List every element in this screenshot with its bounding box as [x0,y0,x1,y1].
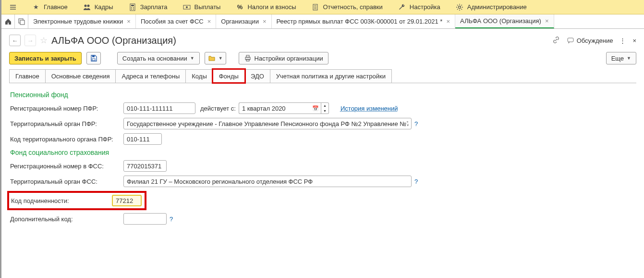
spin-buttons[interactable]: ▲▼ [321,102,329,114]
spin-down-icon[interactable]: ▼ [321,108,328,114]
menubar-kadry[interactable]: Кадры [75,0,121,14]
tab-label: Организации [221,18,259,25]
attach-button[interactable]: ▼ [205,52,226,64]
valid-from-field: 📅 ▲▼ [239,102,329,114]
menubar-burger[interactable] [1,0,24,14]
form-tabs: Главное Основные сведения Адреса и телеф… [9,69,636,83]
terr-code-input[interactable] [123,133,162,145]
svg-rect-16 [92,59,95,61]
help-icon[interactable]: ? [414,120,418,127]
page-title: АЛЬФА ООО (Организация) [51,35,176,46]
terr-pfr-input[interactable] [123,118,412,129]
create-based-button[interactable]: Создать на основании▼ [117,52,200,64]
menubar-label: Отчетность, справки [323,3,383,11]
form-tab-policy[interactable]: Учетная политика и другие настройки [270,69,392,83]
forward-button[interactable]: → [24,35,36,46]
percent-icon: % [236,3,243,11]
tab-label: АЛЬФА ООО (Организация) [460,17,541,25]
menubar-zarplata[interactable]: Зарплата [121,0,175,14]
reg-fss-input[interactable] [123,160,167,172]
close-icon[interactable]: × [263,18,267,25]
menubar-label: Кадры [95,3,113,11]
svg-point-0 [84,4,86,7]
terr-fss-input[interactable] [123,176,412,187]
calendar-icon[interactable]: 📅 [311,102,321,114]
link-icon[interactable] [552,36,560,45]
toolbar: Записать и закрыть Создать на основании▼… [1,49,644,69]
menubar-label: Налоги и взносы [247,3,296,11]
menubar-label: Зарплата [140,3,168,11]
form-tab-addresses[interactable]: Адреса и телефоны [115,69,186,83]
back-button[interactable]: ← [9,35,21,46]
favorite-star-icon[interactable]: ☆ [40,35,48,46]
svg-point-6 [131,9,132,10]
tab-label: Электронные трудовые книжки [33,18,123,25]
page-header: ← → ☆ АЛЬФА ООО (Организация) Обсуждение… [1,29,644,49]
menubar-main[interactable]: ★ Главное [24,0,75,14]
terr-pfr-label: Территориальный орган ПФР: [10,120,121,127]
section-fss-title: Фонд социального страхования [10,149,635,156]
tab-organizations[interactable]: Организации× [216,14,271,28]
tab-ebooks[interactable]: Электронные трудовые книжки× [28,14,136,28]
main-menubar: ★ Главное Кадры Зарплата Выплаты % Налог… [1,0,644,14]
form-tab-main[interactable]: Главное [9,69,46,83]
more-menu-icon[interactable]: ⋮ [620,37,626,44]
folder-icon [208,54,216,62]
tab-label: Реестр прямых выплат ФСС 003К-000001 от … [277,18,443,25]
wrench-icon [398,3,406,11]
home-button[interactable] [1,14,15,28]
form-tab-codes[interactable]: Коды [185,69,213,83]
org-settings-button[interactable]: Настройки организации [239,52,328,64]
close-icon[interactable]: × [127,18,131,25]
home-icon [4,18,12,25]
chevron-down-icon: ▼ [219,56,223,61]
menubar-admin[interactable]: Администрирование [448,0,535,14]
spin-up-icon[interactable]: ▲ [321,103,328,108]
addcode-label: Дополнительный код: [10,215,121,223]
windows-button[interactable] [15,14,28,28]
calculator-icon [129,3,136,11]
close-icon[interactable]: × [545,17,549,25]
windows-icon [18,18,25,25]
tab-alpha-org[interactable]: АЛЬФА ООО (Организация)× [455,14,554,28]
chevron-down-icon: ▼ [190,56,194,61]
close-icon[interactable]: × [207,18,211,25]
save-and-close-button[interactable]: Записать и закрыть [9,52,82,64]
menubar-label: Выплаты [194,3,221,11]
tab-fss-benefits[interactable]: Пособия за счет ФСС× [136,14,216,28]
window-tabs: Электронные трудовые книжки× Пособия за … [1,14,644,29]
addcode-input[interactable] [123,213,167,225]
svg-point-7 [133,9,134,10]
gear-icon [456,3,463,11]
menubar-nastroika[interactable]: Настройка [390,0,448,14]
svg-rect-15 [92,55,95,57]
menubar-label: Главное [44,3,68,11]
star-icon: ★ [32,3,40,11]
svg-point-9 [186,6,188,8]
more-button[interactable]: Еще▼ [606,52,636,64]
valid-from-label: действует с: [200,105,236,112]
save-button[interactable] [86,52,101,64]
svg-rect-13 [20,20,24,25]
tab-reestr[interactable]: Реестр прямых выплат ФСС 003К-000001 от … [272,14,456,28]
help-icon[interactable]: ? [170,215,173,223]
reg-pfr-input[interactable] [123,102,195,114]
close-page-icon[interactable]: × [632,37,636,44]
close-icon[interactable]: × [446,18,450,25]
menubar-nalogi[interactable]: % Налоги и взносы [228,0,304,14]
form-tab-fondy[interactable]: Фонды [213,69,245,83]
diskette-icon [90,54,97,62]
svg-rect-18 [246,55,249,57]
form-tab-basic[interactable]: Основные сведения [45,69,116,83]
menubar-otchetnost[interactable]: Отчетность, справки [304,0,390,14]
help-icon[interactable]: ? [414,178,418,185]
subord-input[interactable] [112,195,142,206]
svg-point-11 [458,6,461,8]
chevron-down-icon: ▼ [627,56,631,61]
menubar-vyplaty[interactable]: Выплаты [175,0,229,14]
svg-rect-14 [568,38,573,42]
form-tab-edo[interactable]: ЭДО [244,69,270,83]
valid-from-input[interactable] [239,102,311,114]
history-link[interactable]: История изменений [340,105,398,112]
discussion-button[interactable]: Обсуждение [567,37,613,44]
